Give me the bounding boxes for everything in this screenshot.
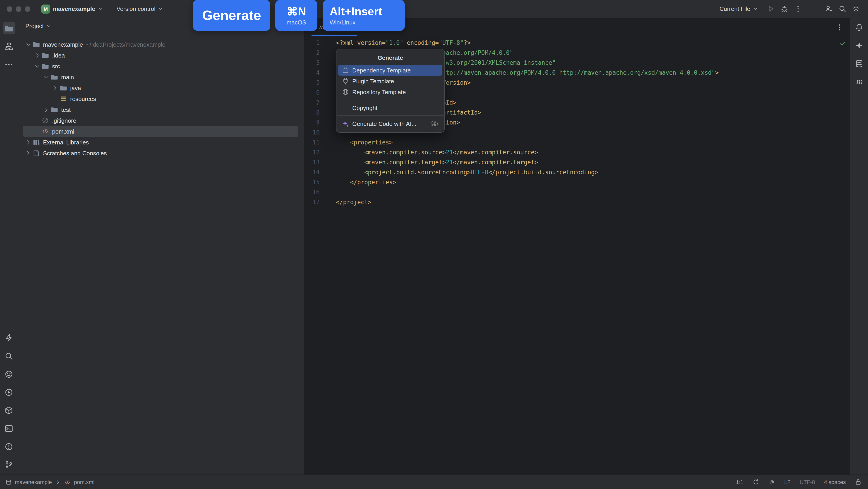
chevron-right-icon[interactable] (52, 84, 59, 91)
tree-item-idea[interactable]: .idea (18, 50, 304, 61)
line-number[interactable]: 1 (304, 38, 320, 48)
menu-item-plugin-template[interactable]: Plugin Template (338, 75, 442, 87)
tree-item-gitignore[interactable]: .gitignore (18, 115, 304, 126)
chevron-down-icon[interactable] (33, 62, 41, 70)
chevron-down-icon[interactable] (25, 41, 32, 48)
code-line[interactable]: <?xml version="1.0" encoding="UTF-8"?> (336, 38, 850, 48)
more-actions-button[interactable] (792, 3, 804, 15)
code-line[interactable]: <maven.compiler.source>21</maven.compile… (336, 148, 850, 158)
menu-item-repository-template[interactable]: Repository Template (338, 87, 442, 97)
line-separator[interactable]: LF (784, 479, 790, 485)
line-number[interactable]: 9 (304, 118, 320, 128)
breadcrumb-project[interactable]: mavenexample (15, 479, 52, 485)
window-minimize-button[interactable] (16, 6, 21, 11)
sync-icon[interactable] (752, 479, 759, 485)
macos-shortcut-badge: ⌘N macOS (275, 0, 317, 31)
left-tool-strip (0, 18, 18, 475)
project-widget[interactable]: M mavenexample (41, 4, 104, 13)
menu-item-generate-code-with-ai[interactable]: Generate Code with AI... ⌘\ (338, 118, 442, 129)
line-number[interactable]: 11 (304, 137, 320, 148)
debug-button[interactable] (778, 3, 790, 15)
run-tool-button[interactable] (2, 386, 15, 398)
file-encoding[interactable]: UTF-8 (800, 479, 815, 485)
menu-item-label: Dependency Template (352, 67, 411, 73)
chevron-right-icon[interactable] (33, 52, 41, 59)
database-button[interactable] (853, 57, 866, 70)
notifications-button[interactable] (853, 21, 866, 33)
breadcrumb-file[interactable]: pom.xml (74, 479, 95, 485)
ai-status-icon[interactable]: @ (768, 479, 775, 485)
indent-style[interactable]: 4 spaces (824, 479, 846, 485)
version-control-tool-button[interactable] (2, 458, 15, 471)
tree-item-external-libraries[interactable]: External Libraries (18, 137, 304, 148)
more-tool-windows-button[interactable] (2, 58, 15, 71)
ai-assistant-button[interactable] (853, 39, 866, 52)
line-number[interactable]: 14 (304, 167, 320, 178)
code-line[interactable]: <project.build.sourceEncoding>UTF-8</pro… (336, 167, 850, 178)
code-line[interactable]: <maven.compiler.target>21</maven.compile… (336, 158, 850, 167)
ai-chat-tool-button[interactable] (2, 368, 15, 380)
tree-item-label: pom.xml (52, 128, 74, 135)
menu-item-label: Generate Code with AI... (352, 120, 416, 127)
maven-button[interactable]: m (853, 75, 866, 88)
dependency-template-icon (342, 66, 349, 74)
find-tool-button[interactable] (2, 349, 15, 362)
build-tool-button[interactable] (2, 404, 15, 417)
project-avatar: M (41, 4, 50, 13)
window-close-button[interactable] (7, 6, 12, 11)
chevron-spacer (33, 117, 41, 124)
line-number[interactable]: 10 (304, 128, 320, 137)
version-control-widget[interactable]: Version control (116, 5, 163, 12)
line-number[interactable]: 16 (304, 187, 320, 197)
tree-item-java[interactable]: java (18, 83, 304, 93)
line-number[interactable]: 7 (304, 98, 320, 108)
tree-item-scratches-and-consoles[interactable]: Scratches and Consoles (18, 148, 304, 158)
tree-item-test[interactable]: test (18, 104, 304, 115)
code-line[interactable]: </project> (336, 197, 850, 207)
chevron-right-icon (55, 479, 61, 485)
tree-item-label: .idea (52, 52, 65, 59)
tree-item-pom-xml[interactable]: pom.xml (18, 126, 304, 137)
inspections-ok-icon[interactable] (839, 40, 846, 47)
libraries-icon (33, 139, 40, 146)
chevron-right-icon[interactable] (42, 106, 50, 113)
code-line[interactable] (336, 187, 850, 197)
caret-position[interactable]: 1:1 (736, 479, 743, 485)
menu-item-label: Copyright (352, 104, 377, 111)
line-number[interactable]: 12 (304, 148, 320, 158)
chevron-down-icon[interactable] (42, 73, 50, 81)
line-number[interactable]: 4 (304, 68, 320, 78)
line-number[interactable]: 6 (304, 88, 320, 98)
search-everywhere-button[interactable] (836, 3, 848, 15)
lock-icon[interactable] (855, 479, 862, 485)
code-with-me-button[interactable] (823, 3, 835, 15)
tree-item-main[interactable]: main (18, 71, 304, 83)
code-line[interactable]: </properties> (336, 178, 850, 187)
left-strip-bottom-group (2, 331, 15, 471)
terminal-tool-button[interactable] (2, 422, 15, 435)
chevron-right-icon[interactable] (25, 149, 32, 157)
menu-item-copyright[interactable]: Copyright (338, 102, 442, 113)
structure-tool-button[interactable] (2, 40, 15, 53)
tree-item-mavenexample[interactable]: mavenexample~/IdeaProjects/mavenexample (18, 39, 304, 50)
line-number[interactable]: 3 (304, 58, 320, 68)
line-number[interactable]: 5 (304, 78, 320, 88)
line-number[interactable]: 17 (304, 197, 320, 207)
settings-button[interactable] (850, 3, 862, 15)
services-tool-button[interactable] (2, 331, 15, 344)
line-number[interactable]: 8 (304, 108, 320, 118)
tree-item-resources[interactable]: resources (18, 93, 304, 104)
line-number[interactable]: 2 (304, 48, 320, 58)
chevron-right-icon[interactable] (25, 139, 32, 146)
code-line[interactable]: <properties> (336, 137, 850, 148)
run-configuration-widget[interactable]: Current File (719, 5, 758, 12)
line-number[interactable]: 13 (304, 158, 320, 167)
line-number[interactable]: 15 (304, 178, 320, 187)
tree-item-src[interactable]: src (18, 61, 304, 71)
menu-item-dependency-template[interactable]: Dependency Template (338, 65, 442, 75)
editor-options-button[interactable] (834, 21, 845, 33)
window-zoom-button[interactable] (25, 6, 30, 11)
run-button[interactable] (765, 3, 777, 15)
project-tool-button[interactable] (2, 22, 15, 34)
problems-tool-button[interactable] (2, 440, 15, 453)
